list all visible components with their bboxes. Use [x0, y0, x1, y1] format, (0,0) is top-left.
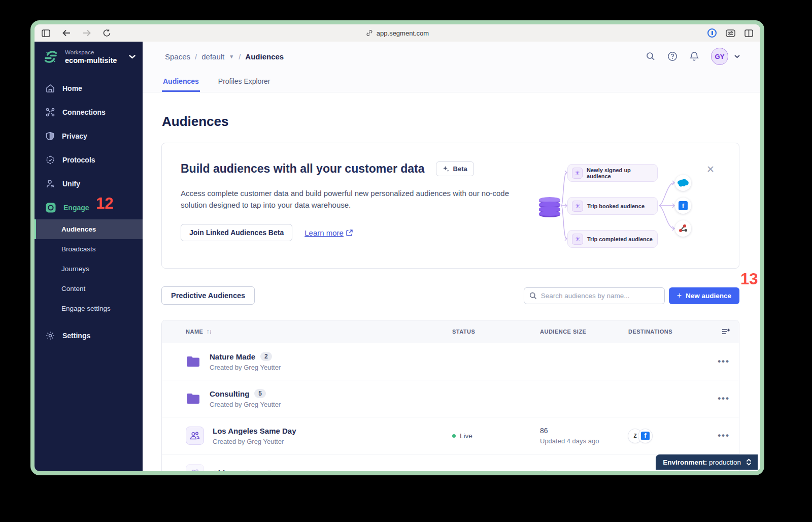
- sidebar-subitem-engage-settings[interactable]: Engage settings: [35, 299, 143, 318]
- audience-owner: Created by Greg Yeutter: [213, 438, 296, 445]
- table-settings-icon[interactable]: [722, 328, 730, 335]
- engage-icon: [46, 203, 56, 213]
- sidebar-item-protocols[interactable]: Protocols: [35, 148, 143, 172]
- search-input[interactable]: [541, 292, 659, 300]
- help-icon[interactable]: [667, 51, 678, 61]
- sidebar-item-label: Privacy: [62, 132, 87, 140]
- audience-name[interactable]: Los Angeles Same Day: [213, 427, 296, 435]
- folder-icon: [186, 393, 201, 405]
- avatar[interactable]: GY: [711, 48, 728, 65]
- home-icon: [46, 84, 55, 93]
- environment-selector[interactable]: Environment: production: [656, 454, 758, 470]
- audience-size: 86: [540, 427, 628, 435]
- sidebar-item-privacy[interactable]: Privacy: [35, 124, 143, 148]
- new-audience-button[interactable]: + New audience: [669, 287, 739, 304]
- tab-profiles-explorer[interactable]: Profiles Explorer: [217, 71, 272, 92]
- password-manager-icon[interactable]: [707, 28, 717, 38]
- external-link-icon: [346, 230, 353, 236]
- extensions-icon[interactable]: [726, 29, 735, 37]
- protocols-icon: [46, 155, 55, 165]
- tab-bar: Audiences Profiles Explorer: [143, 71, 760, 92]
- sort-icons[interactable]: ↑↓: [206, 328, 211, 335]
- search-icon[interactable]: [646, 52, 655, 61]
- table-row[interactable]: Los Angeles Same Day Created by Greg Yeu…: [162, 417, 739, 454]
- chevron-down-icon[interactable]: [734, 55, 740, 58]
- address-bar[interactable]: app.segment.com: [366, 24, 429, 42]
- browser-chrome: app.segment.com: [35, 24, 760, 42]
- sidebar-subitem-journeys[interactable]: Journeys: [35, 259, 143, 279]
- folder-count-badge: 2: [260, 352, 272, 361]
- shield-icon: [46, 132, 54, 141]
- audience-search[interactable]: [524, 287, 665, 304]
- bell-icon[interactable]: [690, 51, 699, 61]
- banner-title: Build audiences with all your customer d…: [181, 162, 425, 176]
- audience-name[interactable]: Chicago Same Day: [213, 469, 281, 471]
- audience-size: 79: [540, 469, 628, 472]
- table-row[interactable]: Nature Made2 Created by Greg Yeutter •••: [162, 343, 739, 380]
- sidebar-item-label: Connections: [62, 108, 106, 116]
- predictive-audiences-button[interactable]: Predictive Audiences: [161, 286, 255, 305]
- forward-icon[interactable]: [83, 29, 91, 37]
- status-badge: Live: [452, 432, 540, 440]
- audience-pill: ✳ Newly signed up audience: [567, 164, 658, 182]
- column-status[interactable]: STATUS: [452, 329, 540, 335]
- sidebar-item-settings[interactable]: Settings: [35, 323, 143, 347]
- breadcrumb-space[interactable]: default: [201, 52, 224, 61]
- search-icon: [529, 292, 537, 300]
- destinations-cell: Z f: [628, 429, 710, 443]
- workspace-switcher[interactable]: Workspace ecom-multisite: [35, 42, 143, 71]
- audience-users-icon: [186, 427, 204, 445]
- chevron-down-icon: [129, 55, 136, 59]
- row-actions-icon[interactable]: •••: [718, 356, 730, 367]
- table-row[interactable]: Consulting5 Created by Greg Yeutter •••: [162, 380, 739, 417]
- column-name[interactable]: NAME: [186, 329, 203, 335]
- audience-node-icon: ✳: [572, 201, 583, 212]
- sidebar-subitem-broadcasts[interactable]: Broadcasts: [35, 239, 143, 259]
- segment-logo-icon: [42, 48, 60, 66]
- sidebar-subitem-content[interactable]: Content: [35, 279, 143, 299]
- learn-more-link[interactable]: Learn more: [304, 229, 353, 237]
- back-icon[interactable]: [62, 29, 71, 37]
- warehouse-icon: [539, 197, 560, 217]
- beta-badge: Beta: [436, 161, 474, 176]
- audience-owner: Created by Greg Yeutter: [210, 364, 281, 371]
- sidebar-item-connections[interactable]: Connections: [35, 100, 143, 124]
- reload-icon[interactable]: [103, 29, 111, 37]
- audience-name[interactable]: Nature Made: [210, 352, 255, 361]
- sidebar-subitem-audiences[interactable]: Audiences: [35, 219, 143, 239]
- url-text: app.segment.com: [377, 29, 429, 37]
- breadcrumb: Spaces / default ▼ / Audiences: [165, 52, 284, 61]
- column-destinations[interactable]: DESTINATIONS: [628, 329, 710, 335]
- join-linked-audiences-button[interactable]: Join Linked Audiences Beta: [181, 224, 292, 241]
- audience-node-icon: ✳: [572, 168, 583, 179]
- sidebar-item-label: Settings: [62, 332, 90, 340]
- split-view-icon[interactable]: [745, 29, 753, 37]
- close-icon[interactable]: ✕: [706, 165, 715, 174]
- sidebar-toggle-icon[interactable]: [42, 29, 50, 37]
- sidebar-item-label: Unify: [62, 180, 80, 188]
- sparkle-icon: [443, 166, 450, 173]
- sidebar-item-home[interactable]: Home: [35, 76, 143, 100]
- chevron-down-icon[interactable]: ▼: [229, 54, 234, 59]
- column-audience-size[interactable]: AUDIENCE SIZE: [540, 329, 628, 335]
- annotation-12: 12: [96, 194, 113, 213]
- workspace-name: ecom-multisite: [65, 56, 124, 64]
- link-icon: [366, 29, 373, 37]
- banner-body: Access complete customer data and build …: [181, 187, 531, 211]
- table-header-row: NAME ↑↓ STATUS AUDIENCE SIZE DESTINATION…: [162, 320, 739, 343]
- page-title: Audiences: [162, 114, 739, 129]
- row-actions-icon[interactable]: •••: [718, 394, 730, 404]
- audience-name[interactable]: Consulting: [210, 389, 249, 398]
- updown-chevron-icon: [746, 459, 752, 466]
- sidebar-item-unify[interactable]: Unify: [35, 172, 143, 195]
- row-actions-icon[interactable]: •••: [718, 431, 730, 441]
- table-row[interactable]: Chicago Same Day 79: [162, 454, 739, 471]
- unify-person-icon: [46, 179, 55, 188]
- breadcrumb-page: Audiences: [245, 52, 284, 61]
- breadcrumb-spaces[interactable]: Spaces: [165, 52, 190, 61]
- tab-audiences[interactable]: Audiences: [162, 71, 200, 92]
- audience-updated: Updated 4 days ago: [540, 437, 628, 445]
- sidebar-item-engage[interactable]: Engage: [35, 195, 143, 219]
- salesforce-icon: [675, 175, 691, 191]
- annotation-13: 13: [740, 270, 758, 288]
